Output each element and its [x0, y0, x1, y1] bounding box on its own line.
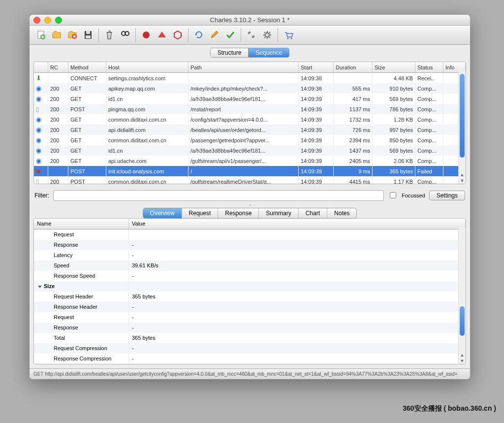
- overview-scrollbar[interactable]: ▲ ▼: [458, 228, 466, 364]
- overview-row[interactable]: Response Header-: [34, 302, 466, 312]
- scroll-up-icon[interactable]: ▲: [459, 352, 466, 358]
- validate-button[interactable]: [223, 28, 238, 42]
- overview-row[interactable]: Request Header365 bytes: [34, 292, 466, 302]
- globe-icon: ◉: [36, 85, 41, 92]
- overview-row[interactable]: Latency-: [34, 250, 466, 260]
- globe-icon: ◉: [36, 136, 41, 144]
- table-row[interactable]: ◉200GETapi.udache.com/gulfstream/api/v1/…: [34, 156, 466, 166]
- col-status[interactable]: Status: [415, 62, 443, 73]
- download-icon: ⬇: [36, 74, 41, 82]
- tab-notes[interactable]: Notes: [327, 208, 356, 218]
- svg-point-8: [143, 32, 150, 38]
- open-session-button[interactable]: [49, 28, 64, 42]
- col-path[interactable]: Path: [189, 62, 299, 73]
- col-size[interactable]: Size: [373, 62, 415, 73]
- scroll-down-icon[interactable]: ▼: [459, 358, 466, 364]
- app-window: Charles 3.10.2 - Session 1 * Structure S…: [30, 15, 470, 379]
- col-icon[interactable]: [34, 62, 48, 73]
- col-duration[interactable]: Duration: [334, 62, 373, 73]
- overview-row[interactable]: Request Compression-: [34, 343, 466, 354]
- titlebar: Charles 3.10.2 - Session 1 *: [30, 15, 470, 26]
- scroll-up-icon[interactable]: ▲: [459, 172, 466, 178]
- find-button[interactable]: [118, 28, 132, 42]
- clear-session-button[interactable]: [102, 28, 117, 42]
- tools-button[interactable]: [244, 28, 259, 42]
- globe-icon: ◉: [36, 116, 41, 123]
- edit-button[interactable]: [207, 28, 222, 42]
- table-row[interactable]: ◉200GETapikey.map.qq.com/mkey/index.php/…: [34, 83, 466, 94]
- document-icon: ▯: [36, 178, 39, 184]
- focussed-checkbox[interactable]: [390, 192, 396, 198]
- overview-row[interactable]: Total365 bytes: [34, 333, 466, 343]
- tab-request[interactable]: Request: [182, 208, 219, 218]
- col-rc[interactable]: RC: [48, 62, 68, 73]
- settings-button[interactable]: [260, 28, 275, 42]
- overview-row[interactable]: Speed39.61 KB/s: [34, 260, 466, 271]
- scroll-thumb[interactable]: [460, 74, 465, 158]
- disclosure-icon[interactable]: [38, 286, 42, 288]
- overview-scroll-thumb[interactable]: [460, 306, 465, 336]
- table-row[interactable]: ◉200GETid1.cn/a/h39ae3d8bba49ec96ef181..…: [34, 94, 466, 104]
- scroll-down-icon[interactable]: ▼: [459, 178, 466, 184]
- filter-bar: Filter: Focussed Settings: [30, 187, 470, 204]
- table-row[interactable]: ▯200POSTcommon.diditaxi.com.cn/gulfstrea…: [34, 176, 466, 184]
- detail-section: Overview Request Response Summary Chart …: [33, 208, 466, 364]
- tab-response[interactable]: Response: [218, 208, 259, 218]
- overview-name-col[interactable]: Name: [34, 219, 129, 229]
- svg-rect-4: [86, 31, 90, 34]
- new-session-button[interactable]: [33, 28, 48, 42]
- svg-rect-5: [86, 35, 91, 38]
- table-row[interactable]: ◉200GETcommon.diditaxi.com.cn/config/sta…: [34, 114, 466, 125]
- status-bar: GET http://api.didialift.com/beatles/api…: [30, 368, 470, 379]
- close-session-button[interactable]: [65, 28, 80, 42]
- tab-chart[interactable]: Chart: [299, 208, 327, 218]
- table-row[interactable]: ✖POSTinit.icloud-analysis.com/14:09:399 …: [34, 166, 466, 176]
- svg-marker-9: [174, 31, 181, 39]
- table-row[interactable]: ◉200GETcommon.diditaxi.com.cn/passenger/…: [34, 135, 466, 145]
- request-list-panel: RC Method Host Path Start Duration Size …: [33, 62, 466, 184]
- fail-icon: ✖: [36, 168, 41, 175]
- overview-row[interactable]: Size: [34, 281, 466, 292]
- overview-value-col[interactable]: Value: [129, 219, 466, 229]
- overview-row[interactable]: Response-: [34, 240, 466, 250]
- overview-row[interactable]: Response Speed-: [34, 271, 466, 281]
- purchase-button[interactable]: [281, 28, 296, 42]
- col-start[interactable]: Start: [299, 62, 334, 73]
- toolbar: [30, 26, 470, 45]
- filter-label: Filter:: [34, 192, 49, 199]
- table-row[interactable]: ◉200GETapi.didialift.com/beatles/api/use…: [34, 125, 466, 135]
- repeat-button[interactable]: [191, 28, 206, 42]
- throttle-button[interactable]: [155, 28, 169, 42]
- splitter-handle[interactable]: ⌃: [30, 204, 470, 208]
- globe-icon: ◉: [36, 126, 41, 133]
- overview-row[interactable]: Request-: [34, 312, 466, 323]
- filter-input[interactable]: [53, 190, 384, 201]
- col-host[interactable]: Host: [106, 62, 189, 73]
- overview-row[interactable]: Response-: [34, 323, 466, 333]
- globe-icon: ◉: [36, 157, 41, 164]
- svg-point-11: [287, 38, 289, 39]
- requests-scrollbar[interactable]: ▲ ▼: [458, 71, 466, 184]
- table-row[interactable]: ▯200POSTpingma.qq.com/mstat/report14:09:…: [34, 104, 466, 114]
- watermark-text: 360安全播报 ( bobao.360.cn ): [403, 404, 496, 413]
- table-row[interactable]: ⬇CONNECTsettings.crashlytics.com14:09:38…: [34, 73, 466, 84]
- overview-panel: Name Value RequestResponse-Latency-Speed…: [33, 218, 466, 364]
- overview-row[interactable]: Request: [34, 229, 466, 240]
- breakpoints-button[interactable]: [170, 28, 185, 42]
- col-method[interactable]: Method: [68, 62, 106, 73]
- record-button[interactable]: [139, 28, 154, 42]
- view-mode-tabs: Structure Sequence: [30, 45, 470, 61]
- overview-row[interactable]: Response Compression-: [34, 354, 466, 364]
- sequence-tab[interactable]: Sequence: [249, 48, 289, 57]
- svg-point-10: [265, 33, 269, 37]
- tab-overview[interactable]: Overview: [143, 208, 182, 218]
- tab-summary[interactable]: Summary: [259, 208, 298, 218]
- focussed-label: Focussed: [402, 193, 425, 198]
- structure-tab[interactable]: Structure: [211, 48, 249, 57]
- table-row[interactable]: ◉200GETid1.cn/a/h39ae3d8bba49ec96ef181..…: [34, 145, 466, 156]
- save-session-button[interactable]: [81, 28, 95, 42]
- detail-tabs: Overview Request Response Summary Chart …: [143, 208, 357, 219]
- document-icon: ▯: [36, 106, 39, 113]
- globe-icon: ◉: [36, 95, 41, 102]
- filter-settings-button[interactable]: Settings: [429, 191, 465, 200]
